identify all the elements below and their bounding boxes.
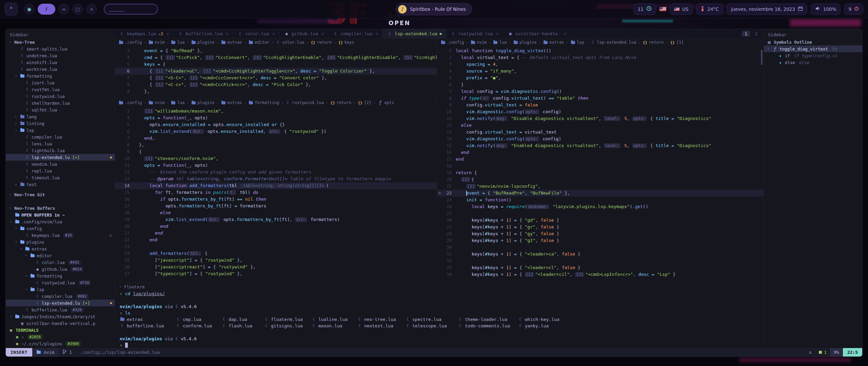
code-line[interactable]: 9 {	[115, 148, 437, 155]
breadcrumb-item[interactable]: ☾rustywind.lua	[285, 100, 324, 105]
chevron-icon[interactable]: ▾	[24, 288, 28, 291]
code-line[interactable]: 7 local config = vim.diagnostic.config()	[437, 88, 764, 95]
code-line[interactable]: 20 end	[115, 223, 437, 230]
tree-item-isort-lua[interactable]: ☾isort.lua	[6, 79, 115, 86]
tree-section-neo-tree-git[interactable]: ▸Neo-Tree Git	[6, 191, 115, 198]
symbol-item-else[interactable]: ◈elseelse	[764, 59, 862, 66]
code-line[interactable]: 15 for ft, formatters in pairs(t: tbl) d…	[115, 189, 437, 196]
file-entry-neotest-lua[interactable]: ☾neotest.lua	[357, 323, 405, 329]
code-line[interactable]: 28 keys[#keys + 1] = { "gy", false }	[437, 230, 764, 237]
code-line[interactable]: 32	[437, 258, 764, 264]
chevron-icon[interactable]: ▸	[14, 115, 18, 118]
code-line[interactable]: 26 keys[#keys + 1] = { "gd", false }	[437, 217, 764, 224]
tab-keymaps-lua[interactable]: ☾keymaps.lua⚠3×	[115, 29, 174, 38]
breadcrumb-item[interactable]: nvim	[148, 100, 164, 105]
breadcrumb-item[interactable]: nvim	[470, 40, 487, 45]
keyboard-layout-widget[interactable]: US	[670, 3, 693, 15]
code-line[interactable]: 3 event = { "BufRead" },	[115, 47, 437, 54]
code-line[interactable]: 22 end	[115, 237, 437, 243]
terminal-output[interactable]: › cd lua/plugins/nvim/lua/plugins via ☾ …	[115, 290, 764, 348]
close-icon[interactable]: ×	[272, 32, 275, 36]
tree-item-lens-lua[interactable]: ☾lens.lua	[6, 140, 115, 147]
file-entry-conform-lua[interactable]: ☾conform.lua	[176, 323, 221, 329]
music-widget[interactable]: ♪ Spiritbox - Rule Of Nines	[396, 3, 472, 15]
code-line[interactable]: 5 prefix = "●",	[437, 75, 764, 81]
tree-item-bufferline-lua[interactable]: ☾bufferline.lua#328	[6, 306, 115, 313]
code-line[interactable]: 19return {	[437, 169, 764, 176]
breadcrumb-item[interactable]: extras	[543, 40, 564, 45]
chevron-icon[interactable]: ▸	[8, 193, 12, 196]
app-menu-button[interactable]: ^	[5, 3, 18, 16]
breadcrumb-item[interactable]: plugins	[513, 40, 537, 45]
chevron-icon[interactable]: ▾	[14, 128, 18, 132]
tree-item-rustfmt-lua[interactable]: ☾rustfmt.lua	[6, 86, 115, 93]
breadcrumb-item[interactable]: {}[1]	[670, 40, 684, 45]
code-line[interactable]: 3 [1]"williamboman/mason.nvim",	[115, 108, 437, 115]
code-line[interactable]: 29 keys[#keys + 1] = { "gI", false }	[437, 237, 764, 244]
tree-item-rustywind-lua[interactable]: ☾rustywind.lua#726	[6, 279, 115, 286]
chevron-icon[interactable]: ▸	[14, 122, 18, 125]
date-widget[interactable]: jueves, noviembre 16, 2023	[727, 3, 807, 15]
code-line[interactable]: 18 else	[115, 209, 437, 216]
code-line[interactable]: 10 vim.diagnostic.config(opts: config)	[437, 108, 764, 115]
breadcrumb-item[interactable]: plugins	[191, 40, 215, 45]
file-entry-floaterm-lua[interactable]: ☾floaterm.lua	[264, 316, 311, 323]
workspace-button-1[interactable]: ◉	[24, 4, 35, 15]
code-line[interactable]: 4 source = "if_many",	[437, 68, 764, 75]
breadcrumb-item[interactable]: extras	[221, 40, 242, 45]
tab-bufferline-lua[interactable]: ☾bufferline.lua×	[174, 29, 233, 38]
code-line[interactable]: 5 opts.ensure_installed = opts.ensure_in…	[115, 121, 437, 128]
code-line[interactable]: 4 cmd = { [1]"CccPick", [2]"CccConvert",…	[115, 54, 437, 61]
code-line[interactable]: 2 local virtual_text = { -- Default virt…	[437, 54, 764, 61]
code-line[interactable]: 20 [1]{	[437, 176, 764, 183]
code-line[interactable]: 11 opts = function(_, opts)	[115, 162, 437, 169]
chevron-icon[interactable]: ▾	[19, 247, 23, 250]
code-line[interactable]: 16 end	[437, 149, 764, 156]
code-line[interactable]: 11 vim.notify(msg: "Disable diagnostics …	[437, 115, 764, 122]
file-entry-neo-tree-lua[interactable]: ☾neo-tree.lua	[357, 316, 405, 323]
code-line[interactable]: 7 end,	[115, 135, 437, 142]
floaterm-panel[interactable]: ▾ Floaterm › cd lua/plugins/nvim/lua/plu…	[115, 283, 764, 348]
breadcrumb-item[interactable]: {}return	[311, 40, 332, 45]
workspace-button-3[interactable]: ∞	[58, 4, 69, 15]
tree-item-extras[interactable]: ▾extras	[6, 245, 115, 252]
tree-section-neo-tree[interactable]: ▾Neo-Tree	[6, 39, 115, 45]
tree-item-lsp-extended-lu[interactable]: ☾lsp-extended.lu[+]●	[6, 300, 115, 306]
tree-item-formatting[interactable]: ▾formatting	[6, 272, 115, 279]
code-line[interactable]: 17 opts.formatters_by_ft[ft] = formatter…	[115, 203, 437, 209]
file-entry-todo-comments-lua[interactable]: ☾todo-comments.lua	[458, 323, 518, 329]
code-line[interactable]: 21 [1]"neovim/nvim-lspconfig",	[437, 183, 764, 190]
breadcrumb-item[interactable]: .config	[440, 40, 464, 45]
code-line[interactable]: 6 }	[437, 81, 764, 88]
breadcrumb-item[interactable]: {}return	[643, 40, 664, 45]
tree-item-formatting[interactable]: ▾formatting	[6, 73, 115, 79]
breadcrumb-item[interactable]: {}keys	[338, 40, 354, 45]
tree-item-editor[interactable]: ▾editor	[6, 252, 115, 259]
code-line[interactable]: 7 { [1]"<S-C>", [2]"<cmd>CccConvert<cr>"…	[115, 75, 437, 81]
tree-item-smart-splits-lua[interactable]: ☾smart-splits.lua	[6, 45, 115, 52]
symbol-item-toggle-diag-virtext[interactable]: ▾ƒtoggle_diag_virtextfu	[764, 45, 862, 52]
tab-compiler-lua[interactable]: ☾compiler.lua×	[329, 29, 383, 38]
code-line[interactable]: 25	[437, 210, 764, 217]
code-line[interactable]: 15 vim.notify(msg: "Enabled diagnostics …	[437, 142, 764, 149]
tree-item-lsp[interactable]: ▾lsp	[6, 286, 115, 293]
tree-item-rustywind-lua[interactable]: ☾rustywind.lua	[6, 93, 115, 100]
file-entry-cmp-lua[interactable]: ☾cmp.lua	[176, 316, 221, 323]
tree-item-keymaps-lua[interactable]: ☾keymaps.lua#10⚠	[6, 232, 115, 239]
code-line[interactable]: 9 config.virtual_text = false	[437, 102, 764, 108]
code-line[interactable]: 34 keys[#keys + 1] = { [1]"<leader>cil",…	[437, 271, 764, 278]
code-line[interactable]: 33 keys[#keys + 1] = { "<leader>cl", fal…	[437, 264, 764, 271]
tree-item-compiler-lua[interactable]: ☾compiler.lua#682	[6, 293, 115, 300]
code-line[interactable]: 23	[115, 243, 437, 250]
file-entry-dap-lua[interactable]: ☾dap.lua	[221, 316, 264, 323]
code-line[interactable]: 25 ["javascript"] = { "rustywind" },	[115, 257, 437, 264]
code-line[interactable]: 3 spacing = 4,	[437, 61, 764, 68]
file-entry-bufferline-lua[interactable]: ☾bufferline.lua	[120, 323, 176, 329]
tree-item-test[interactable]: ▸test	[6, 181, 115, 188]
code-line[interactable]: 30	[437, 244, 764, 251]
code-line[interactable]: ⚙22 event = { "BufReadPre", "BufNewFile"…	[437, 190, 764, 197]
code-line[interactable]: 6 vim.list_extend(dst: opts.ensure_insta…	[115, 128, 437, 135]
tabpage-1[interactable]: 1	[742, 31, 750, 37]
code-line[interactable]: 17end	[437, 156, 764, 163]
tree-section-neo-tree-buffers[interactable]: ▾Neo-Tree Buffers	[6, 205, 115, 211]
